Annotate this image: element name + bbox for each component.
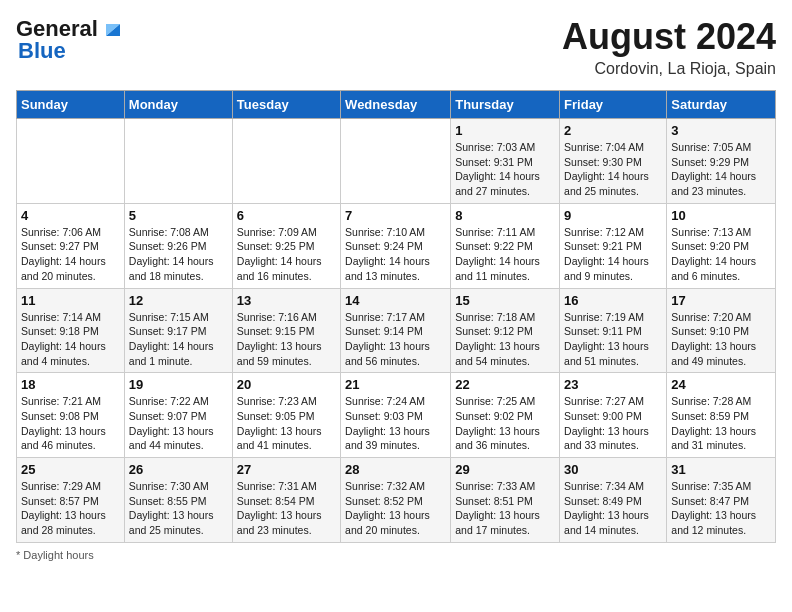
day-details: Sunrise: 7:13 AM Sunset: 9:20 PM Dayligh… — [671, 225, 771, 284]
day-number: 18 — [21, 377, 120, 392]
day-number: 16 — [564, 293, 662, 308]
location: Cordovin, La Rioja, Spain — [562, 60, 776, 78]
day-details: Sunrise: 7:27 AM Sunset: 9:00 PM Dayligh… — [564, 394, 662, 453]
day-number: 26 — [129, 462, 228, 477]
day-cell: 4Sunrise: 7:06 AM Sunset: 9:27 PM Daylig… — [17, 203, 125, 288]
day-number: 3 — [671, 123, 771, 138]
day-cell: 30Sunrise: 7:34 AM Sunset: 8:49 PM Dayli… — [560, 458, 667, 543]
day-details: Sunrise: 7:06 AM Sunset: 9:27 PM Dayligh… — [21, 225, 120, 284]
day-number: 22 — [455, 377, 555, 392]
day-details: Sunrise: 7:34 AM Sunset: 8:49 PM Dayligh… — [564, 479, 662, 538]
day-details: Sunrise: 7:32 AM Sunset: 8:52 PM Dayligh… — [345, 479, 446, 538]
header-row: SundayMondayTuesdayWednesdayThursdayFrid… — [17, 91, 776, 119]
day-cell — [17, 119, 125, 204]
day-cell — [124, 119, 232, 204]
col-header-sunday: Sunday — [17, 91, 125, 119]
day-cell: 5Sunrise: 7:08 AM Sunset: 9:26 PM Daylig… — [124, 203, 232, 288]
day-number: 10 — [671, 208, 771, 223]
day-number: 1 — [455, 123, 555, 138]
day-number: 5 — [129, 208, 228, 223]
day-cell: 27Sunrise: 7:31 AM Sunset: 8:54 PM Dayli… — [232, 458, 340, 543]
day-cell: 21Sunrise: 7:24 AM Sunset: 9:03 PM Dayli… — [341, 373, 451, 458]
day-number: 7 — [345, 208, 446, 223]
day-details: Sunrise: 7:11 AM Sunset: 9:22 PM Dayligh… — [455, 225, 555, 284]
day-cell: 31Sunrise: 7:35 AM Sunset: 8:47 PM Dayli… — [667, 458, 776, 543]
day-number: 6 — [237, 208, 336, 223]
day-cell: 6Sunrise: 7:09 AM Sunset: 9:25 PM Daylig… — [232, 203, 340, 288]
week-row-2: 4Sunrise: 7:06 AM Sunset: 9:27 PM Daylig… — [17, 203, 776, 288]
day-number: 14 — [345, 293, 446, 308]
day-details: Sunrise: 7:30 AM Sunset: 8:55 PM Dayligh… — [129, 479, 228, 538]
logo: General Blue — [16, 16, 124, 64]
day-cell: 15Sunrise: 7:18 AM Sunset: 9:12 PM Dayli… — [451, 288, 560, 373]
day-cell: 9Sunrise: 7:12 AM Sunset: 9:21 PM Daylig… — [560, 203, 667, 288]
header: General Blue August 2024 Cordovin, La Ri… — [16, 16, 776, 78]
col-header-wednesday: Wednesday — [341, 91, 451, 119]
day-cell: 16Sunrise: 7:19 AM Sunset: 9:11 PM Dayli… — [560, 288, 667, 373]
day-number: 30 — [564, 462, 662, 477]
day-number: 8 — [455, 208, 555, 223]
day-details: Sunrise: 7:28 AM Sunset: 8:59 PM Dayligh… — [671, 394, 771, 453]
calendar-table: SundayMondayTuesdayWednesdayThursdayFrid… — [16, 90, 776, 543]
day-details: Sunrise: 7:03 AM Sunset: 9:31 PM Dayligh… — [455, 140, 555, 199]
day-cell: 8Sunrise: 7:11 AM Sunset: 9:22 PM Daylig… — [451, 203, 560, 288]
day-details: Sunrise: 7:22 AM Sunset: 9:07 PM Dayligh… — [129, 394, 228, 453]
day-number: 9 — [564, 208, 662, 223]
day-cell: 26Sunrise: 7:30 AM Sunset: 8:55 PM Dayli… — [124, 458, 232, 543]
day-details: Sunrise: 7:14 AM Sunset: 9:18 PM Dayligh… — [21, 310, 120, 369]
day-details: Sunrise: 7:19 AM Sunset: 9:11 PM Dayligh… — [564, 310, 662, 369]
day-details: Sunrise: 7:05 AM Sunset: 9:29 PM Dayligh… — [671, 140, 771, 199]
day-details: Sunrise: 7:29 AM Sunset: 8:57 PM Dayligh… — [21, 479, 120, 538]
day-details: Sunrise: 7:10 AM Sunset: 9:24 PM Dayligh… — [345, 225, 446, 284]
day-cell: 14Sunrise: 7:17 AM Sunset: 9:14 PM Dayli… — [341, 288, 451, 373]
week-row-4: 18Sunrise: 7:21 AM Sunset: 9:08 PM Dayli… — [17, 373, 776, 458]
day-cell: 28Sunrise: 7:32 AM Sunset: 8:52 PM Dayli… — [341, 458, 451, 543]
week-row-3: 11Sunrise: 7:14 AM Sunset: 9:18 PM Dayli… — [17, 288, 776, 373]
day-details: Sunrise: 7:16 AM Sunset: 9:15 PM Dayligh… — [237, 310, 336, 369]
day-number: 13 — [237, 293, 336, 308]
day-cell: 13Sunrise: 7:16 AM Sunset: 9:15 PM Dayli… — [232, 288, 340, 373]
month-year: August 2024 — [562, 16, 776, 58]
footer-note: * Daylight hours — [16, 549, 776, 561]
day-number: 12 — [129, 293, 228, 308]
day-details: Sunrise: 7:12 AM Sunset: 9:21 PM Dayligh… — [564, 225, 662, 284]
day-cell: 22Sunrise: 7:25 AM Sunset: 9:02 PM Dayli… — [451, 373, 560, 458]
day-details: Sunrise: 7:09 AM Sunset: 9:25 PM Dayligh… — [237, 225, 336, 284]
col-header-monday: Monday — [124, 91, 232, 119]
day-cell: 12Sunrise: 7:15 AM Sunset: 9:17 PM Dayli… — [124, 288, 232, 373]
day-details: Sunrise: 7:17 AM Sunset: 9:14 PM Dayligh… — [345, 310, 446, 369]
day-details: Sunrise: 7:33 AM Sunset: 8:51 PM Dayligh… — [455, 479, 555, 538]
day-details: Sunrise: 7:31 AM Sunset: 8:54 PM Dayligh… — [237, 479, 336, 538]
day-number: 28 — [345, 462, 446, 477]
logo-icon — [102, 18, 124, 40]
day-details: Sunrise: 7:20 AM Sunset: 9:10 PM Dayligh… — [671, 310, 771, 369]
day-details: Sunrise: 7:25 AM Sunset: 9:02 PM Dayligh… — [455, 394, 555, 453]
day-cell: 17Sunrise: 7:20 AM Sunset: 9:10 PM Dayli… — [667, 288, 776, 373]
title-area: August 2024 Cordovin, La Rioja, Spain — [562, 16, 776, 78]
day-number: 20 — [237, 377, 336, 392]
week-row-5: 25Sunrise: 7:29 AM Sunset: 8:57 PM Dayli… — [17, 458, 776, 543]
day-cell: 2Sunrise: 7:04 AM Sunset: 9:30 PM Daylig… — [560, 119, 667, 204]
day-details: Sunrise: 7:21 AM Sunset: 9:08 PM Dayligh… — [21, 394, 120, 453]
day-cell: 19Sunrise: 7:22 AM Sunset: 9:07 PM Dayli… — [124, 373, 232, 458]
day-cell: 23Sunrise: 7:27 AM Sunset: 9:00 PM Dayli… — [560, 373, 667, 458]
logo-blue: Blue — [18, 38, 66, 64]
day-cell: 3Sunrise: 7:05 AM Sunset: 9:29 PM Daylig… — [667, 119, 776, 204]
col-header-saturday: Saturday — [667, 91, 776, 119]
day-cell: 7Sunrise: 7:10 AM Sunset: 9:24 PM Daylig… — [341, 203, 451, 288]
day-number: 31 — [671, 462, 771, 477]
day-number: 21 — [345, 377, 446, 392]
day-details: Sunrise: 7:23 AM Sunset: 9:05 PM Dayligh… — [237, 394, 336, 453]
day-cell — [341, 119, 451, 204]
day-number: 19 — [129, 377, 228, 392]
day-number: 29 — [455, 462, 555, 477]
day-details: Sunrise: 7:08 AM Sunset: 9:26 PM Dayligh… — [129, 225, 228, 284]
day-details: Sunrise: 7:04 AM Sunset: 9:30 PM Dayligh… — [564, 140, 662, 199]
day-number: 25 — [21, 462, 120, 477]
day-number: 27 — [237, 462, 336, 477]
day-cell: 10Sunrise: 7:13 AM Sunset: 9:20 PM Dayli… — [667, 203, 776, 288]
day-number: 24 — [671, 377, 771, 392]
day-details: Sunrise: 7:15 AM Sunset: 9:17 PM Dayligh… — [129, 310, 228, 369]
day-cell: 1Sunrise: 7:03 AM Sunset: 9:31 PM Daylig… — [451, 119, 560, 204]
day-number: 23 — [564, 377, 662, 392]
